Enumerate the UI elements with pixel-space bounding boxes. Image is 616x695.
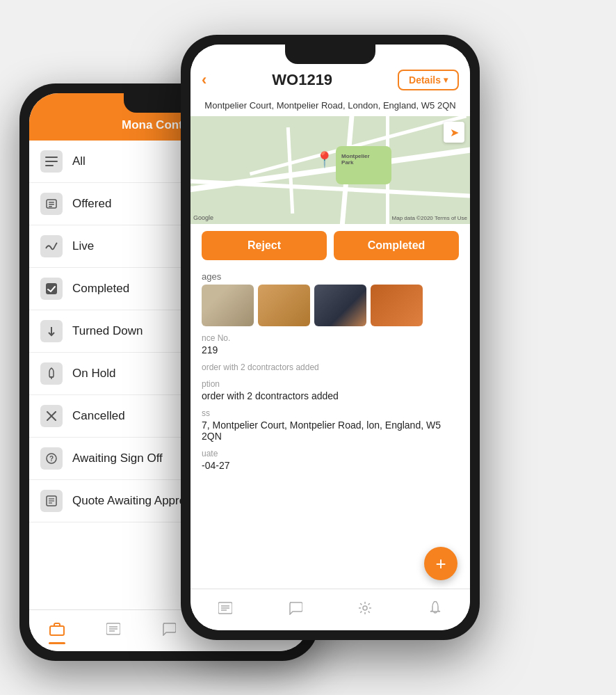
image-thumb-1[interactable] bbox=[202, 285, 254, 326]
detail-key-address: ss bbox=[202, 408, 459, 418]
back-arrow-icon[interactable]: ‹ bbox=[202, 71, 206, 89]
park-area bbox=[336, 146, 391, 184]
details-dropdown-arrow: ▾ bbox=[444, 75, 448, 85]
live-icon bbox=[40, 235, 63, 257]
quote-awaiting-icon bbox=[40, 490, 63, 512]
wo-number: WO1219 bbox=[272, 71, 332, 89]
nav-list-icon[interactable] bbox=[101, 616, 126, 641]
map-background: MontpelierPark 📍 ➤ Google Map data ©2020… bbox=[191, 116, 470, 224]
phone2-device: ‹ WO1219 Details ▾ Montpelier Court, Mon… bbox=[181, 35, 480, 640]
park-label: MontpelierPark bbox=[341, 153, 369, 166]
p2-nav-list-icon[interactable] bbox=[213, 596, 238, 621]
detail-row-date: uate -04-27 bbox=[202, 449, 459, 471]
detail-rows: nce No. 219 order with 2 dcontractors ad… bbox=[191, 333, 470, 471]
detail-row-order: order with 2 dcontractors added bbox=[202, 362, 459, 372]
details-button[interactable]: Details ▾ bbox=[398, 70, 459, 90]
action-buttons: Reject Completed bbox=[191, 224, 470, 267]
image-thumb-4[interactable] bbox=[371, 285, 423, 326]
road-vertical-3 bbox=[286, 127, 293, 213]
inbox-icon bbox=[40, 150, 63, 173]
detail-key-desc: ption bbox=[202, 379, 459, 389]
detail-key-ref: nce No. bbox=[202, 333, 459, 343]
fab-add-button[interactable]: + bbox=[424, 547, 457, 580]
offered-icon bbox=[40, 193, 63, 215]
images-row bbox=[191, 285, 470, 333]
phone2-screen: ‹ WO1219 Details ▾ Montpelier Court, Mon… bbox=[191, 45, 470, 630]
completed-button[interactable]: Completed bbox=[334, 231, 459, 260]
svg-rect-1 bbox=[45, 161, 58, 162]
svg-rect-5 bbox=[49, 204, 54, 205]
svg-rect-0 bbox=[45, 157, 58, 158]
detail-value-ref: 219 bbox=[202, 344, 459, 356]
svg-text:?: ? bbox=[49, 455, 54, 463]
image-thumb-3[interactable] bbox=[314, 285, 366, 326]
map-terms-label: Map data ©2020 Terms of Use bbox=[392, 215, 467, 221]
images-section-label: ages bbox=[191, 267, 470, 285]
p2-nav-bell-icon[interactable] bbox=[423, 596, 448, 621]
nav-chat-icon[interactable] bbox=[156, 616, 181, 641]
reject-button[interactable]: Reject bbox=[202, 231, 327, 260]
p2-nav-chat-icon[interactable] bbox=[283, 596, 308, 621]
svg-rect-2 bbox=[45, 165, 54, 166]
work-order-address: Montpelier Court, Montpelier Road, Londo… bbox=[191, 97, 470, 116]
road-horizontal-2 bbox=[191, 178, 470, 198]
map-pin-icon: 📍 bbox=[315, 151, 334, 169]
detail-value-date: -04-27 bbox=[202, 460, 459, 471]
phone2-bottom-nav bbox=[191, 589, 470, 630]
detail-row-desc: ption order with 2 dcontractors added bbox=[202, 379, 459, 401]
detail-key-order: order with 2 dcontractors added bbox=[202, 362, 459, 372]
google-label: Google bbox=[193, 214, 213, 221]
nav-briefcase-icon[interactable] bbox=[44, 616, 70, 641]
awaiting-sign-off-icon: ? bbox=[40, 447, 63, 470]
turned-down-icon bbox=[40, 320, 63, 342]
cancelled-icon bbox=[40, 405, 63, 427]
map-view[interactable]: MontpelierPark 📍 ➤ Google Map data ©2020… bbox=[191, 116, 470, 224]
svg-rect-7 bbox=[46, 283, 57, 294]
svg-rect-19 bbox=[50, 626, 64, 635]
on-hold-icon bbox=[40, 362, 63, 385]
completed-icon bbox=[40, 278, 63, 300]
detail-row-address: ss 7, Montpelier Court, Montpelier Road,… bbox=[202, 408, 459, 442]
detail-value-address: 7, Montpelier Court, Montpelier Road, lo… bbox=[202, 420, 459, 442]
phone2-notch bbox=[285, 45, 375, 64]
detail-row-ref: nce No. 219 bbox=[202, 333, 459, 356]
detail-key-date: uate bbox=[202, 449, 459, 458]
svg-rect-6 bbox=[49, 206, 52, 207]
svg-rect-4 bbox=[49, 202, 54, 203]
p2-nav-settings-icon[interactable] bbox=[352, 596, 378, 621]
svg-point-29 bbox=[363, 606, 367, 610]
image-thumb-2[interactable] bbox=[258, 285, 310, 326]
detail-value-desc: order with 2 dcontractors added bbox=[202, 390, 459, 401]
map-location-button[interactable]: ➤ bbox=[444, 122, 464, 143]
